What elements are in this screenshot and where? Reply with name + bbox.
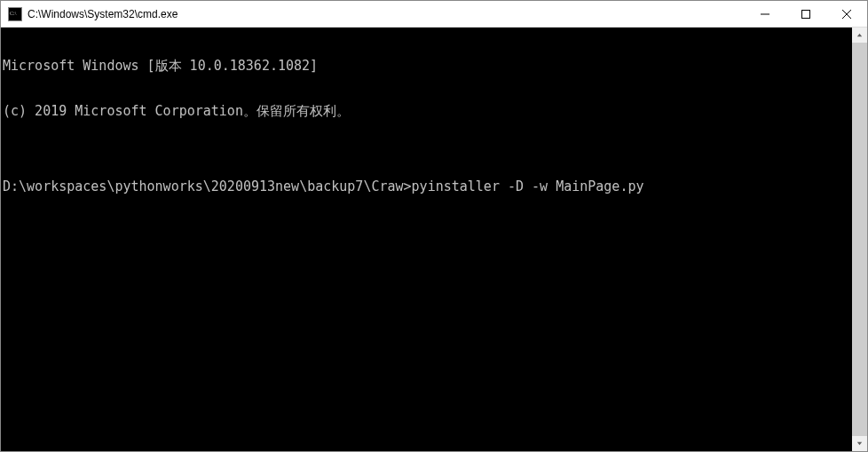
svg-text:C:\: C:\ bbox=[10, 11, 17, 16]
terminal-prompt-line: D:\workspaces\pythonworks\20200913new\ba… bbox=[3, 179, 852, 194]
scroll-down-button[interactable] bbox=[852, 436, 867, 451]
scrollbar-track[interactable] bbox=[852, 43, 867, 436]
minimize-button[interactable] bbox=[745, 1, 785, 27]
vertical-scrollbar[interactable] bbox=[852, 28, 867, 451]
title-bar[interactable]: C:\ C:\Windows\System32\cmd.exe bbox=[1, 1, 867, 28]
svg-rect-4 bbox=[802, 10, 810, 18]
maximize-button[interactable] bbox=[785, 1, 826, 27]
scroll-up-button[interactable] bbox=[852, 28, 867, 43]
terminal-line-version: Microsoft Windows [版本 10.0.18362.1082] bbox=[3, 59, 852, 74]
window-title: C:\Windows\System32\cmd.exe bbox=[28, 8, 745, 20]
terminal-command-input[interactable]: pyinstaller -D -w MainPage.py bbox=[412, 179, 644, 194]
terminal-line-copyright: (c) 2019 Microsoft Corporation。保留所有权利。 bbox=[3, 104, 852, 119]
window-controls bbox=[745, 1, 867, 27]
close-button[interactable] bbox=[826, 1, 867, 27]
cmd-icon: C:\ bbox=[8, 7, 22, 21]
terminal-prompt: D:\workspaces\pythonworks\20200913new\ba… bbox=[3, 179, 412, 194]
terminal-area[interactable]: Microsoft Windows [版本 10.0.18362.1082] (… bbox=[1, 28, 867, 451]
scrollbar-thumb[interactable] bbox=[852, 43, 867, 436]
terminal-content[interactable]: Microsoft Windows [版本 10.0.18362.1082] (… bbox=[1, 28, 852, 451]
